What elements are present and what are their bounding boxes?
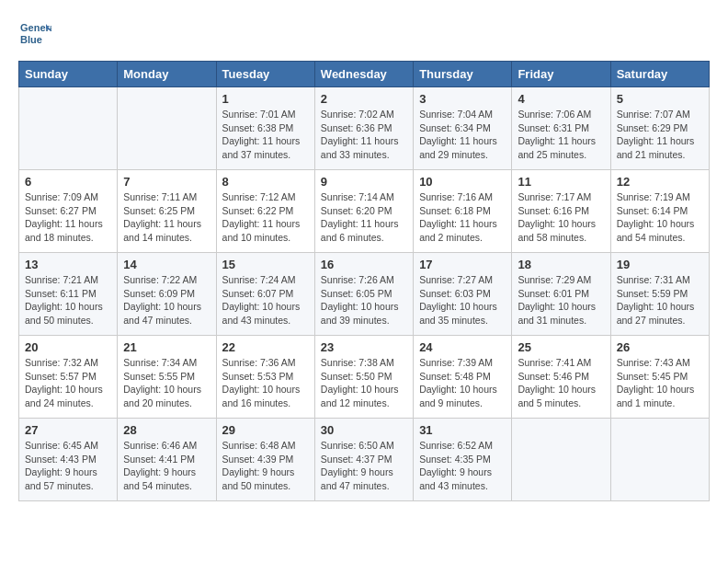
cell-info: Sunrise: 7:14 AM Sunset: 6:20 PM Dayligh… [321, 190, 407, 245]
column-header-sunday: Sunday [19, 62, 118, 87]
cell-info: Sunrise: 7:36 AM Sunset: 5:53 PM Dayligh… [222, 356, 309, 410]
calendar-cell: 9Sunrise: 7:14 AM Sunset: 6:20 PM Daylig… [314, 170, 413, 253]
calendar-cell: 19Sunrise: 7:31 AM Sunset: 5:59 PM Dayli… [610, 253, 709, 336]
day-number: 8 [222, 175, 309, 189]
cell-info: Sunrise: 7:16 AM Sunset: 6:18 PM Dayligh… [419, 190, 506, 245]
svg-text:Blue: Blue [20, 34, 42, 45]
day-number: 24 [419, 340, 506, 354]
calendar-cell: 31Sunrise: 6:52 AM Sunset: 4:35 PM Dayli… [414, 419, 512, 501]
calendar-cell: 28Sunrise: 6:46 AM Sunset: 4:41 PM Dayli… [118, 419, 216, 501]
day-number: 5 [617, 92, 703, 106]
calendar-cell: 18Sunrise: 7:29 AM Sunset: 6:01 PM Dayli… [512, 253, 610, 336]
calendar-cell: 30Sunrise: 6:50 AM Sunset: 4:37 PM Dayli… [314, 419, 413, 501]
day-number: 28 [123, 423, 210, 437]
cell-info: Sunrise: 7:24 AM Sunset: 6:07 PM Dayligh… [222, 273, 309, 327]
day-number: 30 [321, 423, 407, 437]
calendar-cell: 17Sunrise: 7:27 AM Sunset: 6:03 PM Dayli… [414, 253, 512, 336]
cell-info: Sunrise: 7:01 AM Sunset: 6:38 PM Dayligh… [222, 108, 309, 162]
cell-info: Sunrise: 7:31 AM Sunset: 5:59 PM Dayligh… [617, 273, 703, 327]
cell-info: Sunrise: 6:50 AM Sunset: 4:37 PM Dayligh… [321, 439, 407, 493]
cell-info: Sunrise: 7:21 AM Sunset: 6:11 PM Dayligh… [25, 273, 111, 327]
calendar-cell: 22Sunrise: 7:36 AM Sunset: 5:53 PM Dayli… [216, 336, 314, 419]
day-number: 14 [123, 258, 210, 271]
day-number: 7 [123, 175, 210, 189]
calendar-cell [512, 419, 610, 501]
cell-info: Sunrise: 7:17 AM Sunset: 6:16 PM Dayligh… [518, 190, 604, 245]
day-number: 25 [518, 340, 604, 354]
calendar-cell [118, 87, 216, 170]
calendar-cell: 11Sunrise: 7:17 AM Sunset: 6:16 PM Dayli… [512, 170, 610, 253]
logo-svg: General Blue [18, 18, 51, 52]
cell-info: Sunrise: 7:38 AM Sunset: 5:50 PM Dayligh… [321, 356, 407, 410]
cell-info: Sunrise: 7:29 AM Sunset: 6:01 PM Dayligh… [518, 273, 604, 327]
calendar-cell: 5Sunrise: 7:07 AM Sunset: 6:29 PM Daylig… [610, 87, 709, 170]
day-number: 12 [617, 175, 703, 189]
cell-info: Sunrise: 6:46 AM Sunset: 4:41 PM Dayligh… [123, 439, 210, 493]
cell-info: Sunrise: 7:39 AM Sunset: 5:48 PM Dayligh… [419, 356, 506, 410]
column-header-wednesday: Wednesday [314, 62, 413, 87]
logo: General Blue [18, 18, 51, 52]
calendar-cell [19, 87, 118, 170]
calendar-cell: 26Sunrise: 7:43 AM Sunset: 5:45 PM Dayli… [610, 336, 709, 419]
calendar-cell: 16Sunrise: 7:26 AM Sunset: 6:05 PM Dayli… [314, 253, 413, 336]
calendar-cell: 15Sunrise: 7:24 AM Sunset: 6:07 PM Dayli… [216, 253, 314, 336]
day-number: 17 [419, 258, 506, 271]
calendar-cell: 23Sunrise: 7:38 AM Sunset: 5:50 PM Dayli… [314, 336, 413, 419]
cell-info: Sunrise: 6:45 AM Sunset: 4:43 PM Dayligh… [25, 439, 111, 493]
day-number: 9 [321, 175, 407, 189]
calendar-cell: 27Sunrise: 6:45 AM Sunset: 4:43 PM Dayli… [19, 419, 118, 501]
calendar-cell: 21Sunrise: 7:34 AM Sunset: 5:55 PM Dayli… [118, 336, 216, 419]
column-header-monday: Monday [118, 62, 216, 87]
day-number: 11 [518, 175, 604, 189]
day-number: 16 [321, 258, 407, 271]
page-header: General Blue [18, 18, 710, 52]
cell-info: Sunrise: 6:52 AM Sunset: 4:35 PM Dayligh… [419, 439, 506, 493]
day-number: 3 [419, 92, 506, 106]
day-number: 6 [25, 175, 111, 189]
calendar-cell: 29Sunrise: 6:48 AM Sunset: 4:39 PM Dayli… [216, 419, 314, 501]
calendar-cell [610, 419, 709, 501]
calendar-week-row: 6Sunrise: 7:09 AM Sunset: 6:27 PM Daylig… [19, 170, 710, 253]
calendar-cell: 6Sunrise: 7:09 AM Sunset: 6:27 PM Daylig… [19, 170, 118, 253]
cell-info: Sunrise: 7:09 AM Sunset: 6:27 PM Dayligh… [25, 190, 111, 245]
calendar-week-row: 27Sunrise: 6:45 AM Sunset: 4:43 PM Dayli… [19, 419, 710, 501]
calendar-cell: 25Sunrise: 7:41 AM Sunset: 5:46 PM Dayli… [512, 336, 610, 419]
day-number: 21 [123, 340, 210, 354]
calendar-cell: 24Sunrise: 7:39 AM Sunset: 5:48 PM Dayli… [414, 336, 512, 419]
calendar-cell: 3Sunrise: 7:04 AM Sunset: 6:34 PM Daylig… [414, 87, 512, 170]
day-number: 27 [25, 423, 111, 437]
calendar-cell: 12Sunrise: 7:19 AM Sunset: 6:14 PM Dayli… [610, 170, 709, 253]
calendar-table: SundayMondayTuesdayWednesdayThursdayFrid… [18, 61, 710, 501]
calendar-week-row: 13Sunrise: 7:21 AM Sunset: 6:11 PM Dayli… [19, 253, 710, 336]
calendar-cell: 14Sunrise: 7:22 AM Sunset: 6:09 PM Dayli… [118, 253, 216, 336]
cell-info: Sunrise: 6:48 AM Sunset: 4:39 PM Dayligh… [222, 439, 309, 493]
cell-info: Sunrise: 7:12 AM Sunset: 6:22 PM Dayligh… [222, 190, 309, 245]
column-header-tuesday: Tuesday [216, 62, 314, 87]
calendar-cell: 7Sunrise: 7:11 AM Sunset: 6:25 PM Daylig… [118, 170, 216, 253]
cell-info: Sunrise: 7:27 AM Sunset: 6:03 PM Dayligh… [419, 273, 506, 327]
calendar-cell: 20Sunrise: 7:32 AM Sunset: 5:57 PM Dayli… [19, 336, 118, 419]
cell-info: Sunrise: 7:34 AM Sunset: 5:55 PM Dayligh… [123, 356, 210, 410]
cell-info: Sunrise: 7:02 AM Sunset: 6:36 PM Dayligh… [321, 108, 407, 162]
day-number: 18 [518, 258, 604, 271]
column-header-thursday: Thursday [414, 62, 512, 87]
day-number: 22 [222, 340, 309, 354]
day-number: 20 [25, 340, 111, 354]
cell-info: Sunrise: 7:04 AM Sunset: 6:34 PM Dayligh… [419, 108, 506, 162]
day-number: 26 [617, 340, 703, 354]
cell-info: Sunrise: 7:06 AM Sunset: 6:31 PM Dayligh… [518, 108, 604, 162]
cell-info: Sunrise: 7:43 AM Sunset: 5:45 PM Dayligh… [617, 356, 703, 410]
column-header-friday: Friday [512, 62, 610, 87]
cell-info: Sunrise: 7:19 AM Sunset: 6:14 PM Dayligh… [617, 190, 703, 245]
cell-info: Sunrise: 7:22 AM Sunset: 6:09 PM Dayligh… [123, 273, 210, 327]
day-number: 10 [419, 175, 506, 189]
day-number: 1 [222, 92, 309, 106]
day-number: 4 [518, 92, 604, 106]
day-number: 29 [222, 423, 309, 437]
cell-info: Sunrise: 7:26 AM Sunset: 6:05 PM Dayligh… [321, 273, 407, 327]
calendar-header-row: SundayMondayTuesdayWednesdayThursdayFrid… [19, 62, 710, 87]
day-number: 31 [419, 423, 506, 437]
calendar-week-row: 1Sunrise: 7:01 AM Sunset: 6:38 PM Daylig… [19, 87, 710, 170]
calendar-week-row: 20Sunrise: 7:32 AM Sunset: 5:57 PM Dayli… [19, 336, 710, 419]
calendar-cell: 1Sunrise: 7:01 AM Sunset: 6:38 PM Daylig… [216, 87, 314, 170]
